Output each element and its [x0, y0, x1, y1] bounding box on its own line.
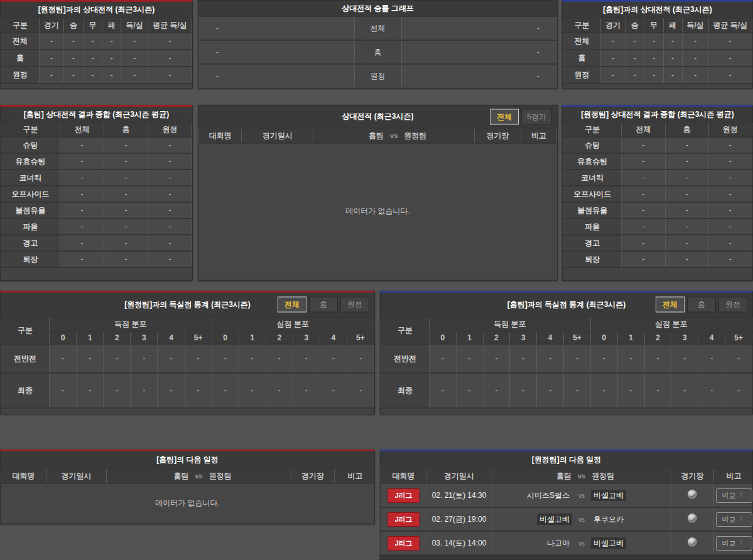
stat-value: - [671, 344, 698, 373]
col-header: 홈 [665, 122, 708, 137]
score-col: 3 [510, 331, 537, 344]
stat-value: - [617, 344, 644, 373]
panel-h2h-vs-home: [홈팀]과의 상대전적 (최근3시즌) 구분 경기 승 무 패 득/실 평균 득… [562, 0, 753, 89]
tab-home[interactable]: 홈 [687, 297, 716, 313]
panel-h2h-vs-away: [원정팀]과의 상대전적 (최근3시즌) 구분 경기 승 무 패 득/실 평균 … [0, 0, 193, 89]
match-cell: 시미즈S펄스 vs 비셀고베 [492, 483, 671, 507]
home-col-label: 홈팀 [494, 471, 572, 482]
table-header-row: 대회명 경기일시 홈팀 vs 원정팀 경기장 비고 [1, 468, 376, 483]
note-cell: 비교 〉 [714, 531, 753, 555]
stat-value: - [644, 33, 663, 50]
score-col: 1 [456, 331, 483, 344]
home-team: 나고야 [544, 537, 572, 549]
table-row: 코너킥--- [1, 170, 192, 186]
compare-label: 비교 [722, 491, 736, 500]
col-header: 경기일시 [46, 468, 107, 483]
score-col: 3 [671, 331, 698, 344]
row-label: 최종 [381, 373, 430, 408]
stat-value: - [60, 170, 104, 186]
stat-value: - [590, 344, 617, 373]
stat-value: - [725, 373, 752, 408]
graph-row-label: 전체 [354, 17, 402, 40]
stat-value: - [293, 344, 320, 373]
stat-value: - [665, 251, 708, 267]
stadium-icon[interactable] [687, 489, 698, 500]
league-badge: J리그 [387, 512, 419, 527]
stat-value: - [564, 344, 591, 373]
tab-home[interactable]: 홈 [309, 297, 338, 313]
compare-label: 비교 [722, 539, 736, 548]
compare-button[interactable]: 비교 〉 [716, 536, 752, 551]
stat-value: - [121, 33, 148, 50]
stat-value: - [148, 153, 192, 170]
away-team: 후쿠오카 [591, 514, 626, 525]
stat-value: - [622, 235, 665, 251]
row-label: 경고 [1, 235, 60, 251]
tab-away[interactable]: 원정 [340, 297, 369, 313]
stat-value: - [60, 218, 104, 235]
col-header: 비고 [335, 468, 376, 483]
tab-all[interactable]: 전체 [656, 297, 685, 313]
summary-away-table: 구분 전체 홈 원정 슈팅--- 유효슈팅--- 코너킥--- 오프사이드---… [563, 122, 752, 268]
col-header: 전체 [622, 122, 665, 137]
stat-value: - [50, 373, 77, 408]
stat-value: - [148, 251, 192, 267]
stat-value: - [510, 344, 537, 373]
stat-value: - [320, 344, 347, 373]
stat-value: - [708, 170, 752, 186]
tab-5games[interactable]: 5경기 [521, 109, 552, 124]
stat-value: - [429, 344, 456, 373]
stat-value: - [622, 170, 665, 186]
col-header-match: 홈팀 vs 원정팀 [313, 128, 475, 143]
panel-title-bar: 상대전적 (최근3시즌) 전체 5경기 [198, 105, 557, 127]
graph-right-value: - [402, 65, 558, 87]
table-row: 슈팅--- [1, 137, 192, 153]
stat-value: - [104, 186, 148, 202]
stat-value: - [39, 50, 64, 67]
tab-all[interactable]: 전체 [278, 297, 306, 313]
vs-label: vs [578, 540, 585, 547]
score-col: 2 [483, 331, 510, 344]
stat-value: - [483, 344, 510, 373]
stat-value: - [601, 50, 626, 67]
col-header: 원정 [708, 122, 752, 137]
vs-label: vs [390, 132, 398, 139]
stat-value: - [185, 373, 212, 408]
score-col: 1 [239, 331, 266, 344]
stat-value: - [60, 202, 104, 218]
stat-value: - [671, 373, 698, 408]
table-header-row: 구분 경기 승 무 패 득/실 평균 득/실 [563, 18, 752, 33]
stat-value: - [50, 344, 77, 373]
stat-value: - [104, 137, 148, 153]
stat-value: - [564, 373, 591, 408]
compare-button[interactable]: 비교 〉 [716, 512, 752, 527]
graph-row: - 전체 - [198, 16, 557, 40]
compare-button[interactable]: 비교 〉 [716, 488, 752, 503]
stat-value: - [708, 186, 752, 202]
col-header: 비고 [714, 468, 753, 483]
col-header: 대회명 [1, 468, 46, 483]
tab-all[interactable]: 전체 [490, 109, 519, 124]
stadium-icon[interactable] [687, 513, 698, 524]
match-teams: 시미즈S펄스 vs 비셀고베 [494, 490, 669, 501]
stat-value: - [239, 344, 266, 373]
panel-footer [381, 556, 752, 560]
row-label: 파울 [563, 218, 622, 235]
tab-away[interactable]: 원정 [718, 297, 747, 313]
stat-value: - [60, 251, 104, 267]
col-header: 경기일시 [426, 468, 492, 483]
table-row: 오프사이드--- [563, 186, 752, 202]
score-col: 0 [212, 331, 239, 344]
row-label: 최종 [1, 373, 50, 408]
stadium-icon[interactable] [687, 537, 698, 547]
row-label: 코너킥 [563, 170, 622, 186]
h2h-away-table: 구분 경기 승 무 패 득/실 평균 득/실 전체 ------ 홈 -----… [1, 17, 192, 84]
graph-right-value: - [402, 41, 558, 63]
table-row: 유효슈팅--- [563, 153, 752, 170]
stat-value: - [104, 218, 148, 235]
score-col: 4 [537, 331, 564, 344]
panel-title: 상대전적 승률 그래프 [198, 1, 557, 16]
row-label: 퇴장 [563, 251, 622, 267]
h2h-home-table: 구분 경기 승 무 패 득/실 평균 득/실 전체 ------ 홈 -----… [563, 17, 752, 84]
col-header: 평균 득/실 [708, 18, 752, 33]
